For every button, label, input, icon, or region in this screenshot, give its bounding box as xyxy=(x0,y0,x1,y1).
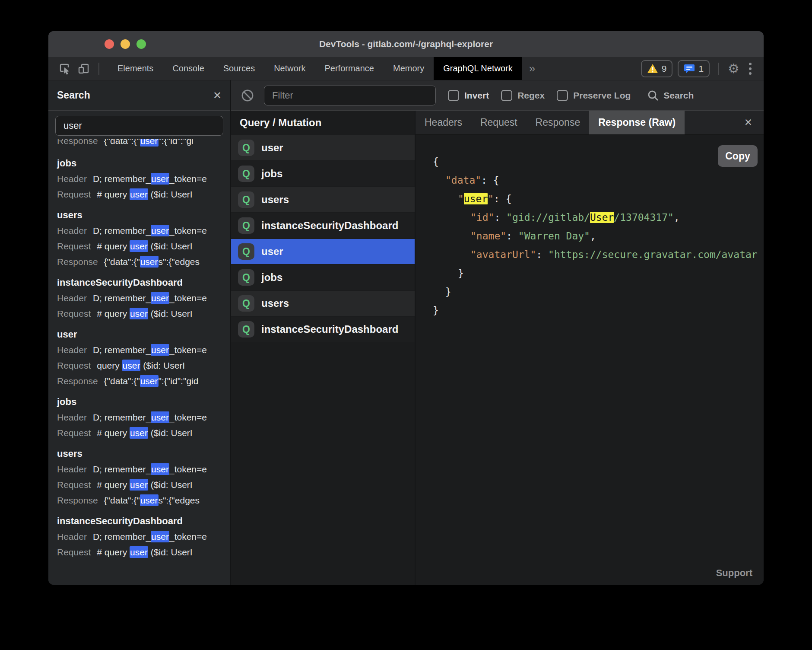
search-match-highlight: user xyxy=(122,360,141,371)
response-tab-strip: HeadersRequestResponseResponse (Raw)✕ xyxy=(416,111,764,135)
response-tab-response-raw[interactable]: Response (Raw) xyxy=(589,111,685,134)
query-list-item-users[interactable]: Qusers xyxy=(231,187,415,212)
devtools-tabbar: ElementsConsoleSourcesNetworkPerformance… xyxy=(48,57,764,80)
search-result-line-value: {"data":{"user":{"id":"gi xyxy=(104,139,193,147)
devtools-tab-elements[interactable]: Elements xyxy=(108,57,163,80)
devtools-tab-sources[interactable]: Sources xyxy=(214,57,264,80)
search-result-clipped-row: Response{"data":{"user":{"id":"gi xyxy=(57,139,230,150)
devtools-tab-memory[interactable]: Memory xyxy=(384,57,434,80)
search-result-line[interactable]: Requestquery user ($id: UserI xyxy=(57,358,230,373)
titlebar: DevTools - gitlab.com/-/graphql-explorer xyxy=(48,31,764,57)
maximize-window-button[interactable] xyxy=(136,39,146,49)
json-line: "user": { xyxy=(416,190,764,208)
search-result-line-value: D; remember_user_token=e xyxy=(93,173,207,185)
query-list-item-user[interactable]: Quser xyxy=(231,135,415,160)
settings-gear-icon[interactable]: ⚙ xyxy=(728,62,739,75)
clear-log-icon[interactable] xyxy=(240,88,255,103)
search-result-line[interactable]: Request# query user ($id: UserI xyxy=(57,239,230,254)
search-panel-title: Search xyxy=(57,89,90,101)
regex-checkbox[interactable] xyxy=(501,90,512,101)
query-type-icon: Q xyxy=(238,217,254,234)
search-result-line[interactable]: Request# query user ($id: UserI xyxy=(57,477,230,493)
json-line: } xyxy=(416,264,764,283)
search-result-line-label: Request xyxy=(57,480,91,490)
search-result-line[interactable]: HeaderD; remember_user_token=e xyxy=(57,410,230,425)
search-result-line-value: # query user ($id: UserI xyxy=(97,427,192,439)
query-list-item-jobs[interactable]: Qjobs xyxy=(231,161,415,186)
search-result-operation-name[interactable]: jobs xyxy=(57,394,230,410)
query-list-item-label: jobs xyxy=(261,271,282,284)
search-result-line[interactable]: Request# query user ($id: UserI xyxy=(57,187,230,202)
search-result-operation-name[interactable]: instanceSecurityDashboard xyxy=(57,513,230,529)
search-result-line[interactable]: Response{"data":{"users":{"edges xyxy=(57,254,230,270)
search-result-line[interactable]: Response{"data":{"user":{"id":"gid xyxy=(57,373,230,389)
search-result-line[interactable]: Request# query user ($id: UserI xyxy=(57,425,230,441)
search-input[interactable] xyxy=(55,116,223,136)
query-list-item-instancesecuritydashboard[interactable]: QinstanceSecurityDashboard xyxy=(231,213,415,238)
copy-button[interactable]: Copy xyxy=(718,145,758,167)
invert-label: Invert xyxy=(464,90,489,101)
query-list-item-label: user xyxy=(261,245,283,258)
query-list-item-users[interactable]: Qusers xyxy=(231,291,415,316)
messages-badge[interactable]: 1 xyxy=(678,60,710,77)
devtools-tab-graphql-network[interactable]: GraphQL Network xyxy=(434,57,522,80)
filter-input[interactable] xyxy=(264,86,436,105)
search-result-operation-name[interactable]: instanceSecurityDashboard xyxy=(57,275,230,290)
support-link[interactable]: Support xyxy=(716,567,752,579)
search-result-operation-name[interactable]: users xyxy=(57,446,230,462)
traffic-lights xyxy=(105,31,146,57)
search-result-line[interactable]: HeaderD; remember_user_token=e xyxy=(57,171,230,187)
search-result-operation-name[interactable]: jobs xyxy=(57,156,230,171)
search-result-line[interactable]: HeaderD; remember_user_token=e xyxy=(57,462,230,477)
search-panel-close-icon[interactable]: ✕ xyxy=(213,90,222,101)
devtools-tab-console[interactable]: Console xyxy=(163,57,213,80)
message-bubble-icon xyxy=(684,63,695,74)
query-list-item-jobs[interactable]: Qjobs xyxy=(231,265,415,290)
search-result-line[interactable]: Request# query user ($id: UserI xyxy=(57,306,230,322)
response-tab-request[interactable]: Request xyxy=(471,111,527,134)
search-result-line-label: Request xyxy=(57,309,91,319)
warnings-badge[interactable]: 9 xyxy=(641,60,673,77)
query-list-item-user[interactable]: Quser xyxy=(231,239,415,264)
main-area: Search ✕ Response{"data":{"user":{"id":"… xyxy=(48,80,764,585)
query-list-item-instancesecuritydashboard[interactable]: QinstanceSecurityDashboard xyxy=(231,317,415,342)
preserve-log-checkbox[interactable] xyxy=(557,90,568,101)
search-result-line-label: Request xyxy=(57,547,91,557)
search-result-line[interactable]: HeaderD; remember_user_token=e xyxy=(57,342,230,358)
search-result-line-value: D; remember_user_token=e xyxy=(93,411,207,423)
inspect-element-icon[interactable] xyxy=(57,61,73,76)
response-panel-close-icon[interactable]: ✕ xyxy=(744,118,764,127)
json-line: { xyxy=(416,153,764,171)
response-tab-headers[interactable]: Headers xyxy=(416,111,471,134)
search-result-line[interactable]: HeaderD; remember_user_token=e xyxy=(57,529,230,545)
invert-checkbox[interactable] xyxy=(448,90,459,101)
more-tabs-chevron[interactable]: » xyxy=(522,57,542,80)
kebab-menu-icon[interactable] xyxy=(745,63,756,75)
search-result-line-value: D; remember_user_token=e xyxy=(93,225,207,236)
query-list-header: Query / Mutation xyxy=(231,111,415,135)
search-result-entry: jobsHeaderD; remember_user_token=eReques… xyxy=(57,394,230,441)
toolbar-search[interactable]: Search xyxy=(647,89,694,102)
search-result-line-value: D; remember_user_token=e xyxy=(93,344,207,356)
devtools-tab-network[interactable]: Network xyxy=(264,57,315,80)
search-result-line[interactable]: Response{"data":{"users":{"edges xyxy=(57,493,230,508)
devtools-tab-performance[interactable]: Performance xyxy=(315,57,384,80)
query-type-icon: Q xyxy=(238,243,254,260)
query-list-item-label: users xyxy=(261,194,289,206)
search-result-operation-name[interactable]: user xyxy=(57,327,230,342)
search-result-line[interactable]: HeaderD; remember_user_token=e xyxy=(57,223,230,239)
minimize-window-button[interactable] xyxy=(121,39,130,49)
search-result-line[interactable]: HeaderD; remember_user_token=e xyxy=(57,290,230,306)
response-tab-response[interactable]: Response xyxy=(527,111,590,134)
json-line: "id": "gid://gitlab/User/13704317", xyxy=(416,208,764,227)
json-line: "name": "Warren Day", xyxy=(416,227,764,245)
close-window-button[interactable] xyxy=(105,39,114,49)
device-toolbar-icon[interactable] xyxy=(76,61,92,76)
search-result-line[interactable]: Request# query user ($id: UserI xyxy=(57,545,230,560)
search-result-operation-name[interactable]: users xyxy=(57,207,230,223)
regex-label: Regex xyxy=(517,90,545,101)
search-result-entry: instanceSecurityDashboardHeaderD; rememb… xyxy=(57,275,230,322)
tabbar-divider xyxy=(98,63,99,75)
search-result-line[interactable]: Response{"data":{"user":{"id":"gi xyxy=(57,139,230,149)
query-type-icon: Q xyxy=(238,140,254,156)
